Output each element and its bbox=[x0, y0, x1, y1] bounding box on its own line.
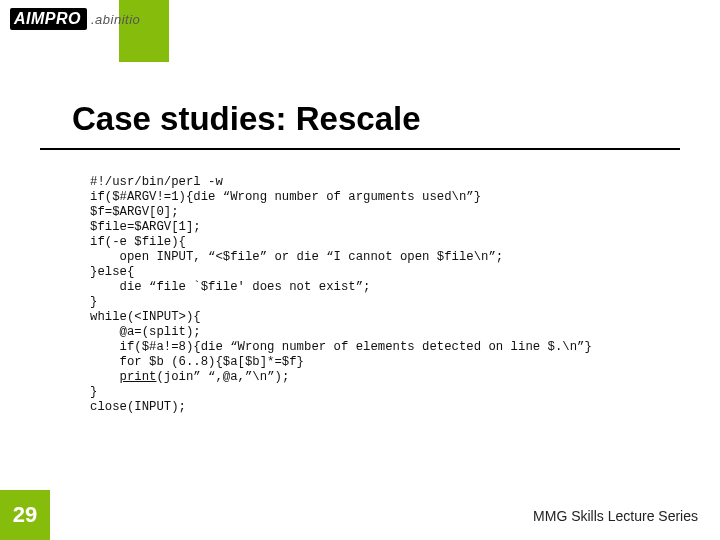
code-line: @a=(split); bbox=[90, 325, 201, 339]
code-block: #!/usr/bin/perl -w if($#ARGV!=1){die “Wr… bbox=[90, 175, 592, 415]
slide: AIMPRO .abinitio Case studies: Rescale #… bbox=[0, 0, 720, 540]
code-line: $file=$ARGV[1]; bbox=[90, 220, 201, 234]
code-line: while(<INPUT>){ bbox=[90, 310, 201, 324]
code-line: die “file `$file' does not exist”; bbox=[90, 280, 370, 294]
title-underline bbox=[40, 148, 680, 150]
code-line: for $b (6..8){$a[$b]*=$f} bbox=[90, 355, 304, 369]
code-line: close(INPUT); bbox=[90, 400, 186, 414]
code-line: } bbox=[90, 295, 97, 309]
footer-text: MMG Skills Lecture Series bbox=[533, 508, 698, 524]
code-line: (join” “,@a,”\n”); bbox=[156, 370, 289, 384]
code-line: $f=$ARGV[0]; bbox=[90, 205, 179, 219]
page-number-box: 29 bbox=[0, 490, 50, 540]
code-line: }else{ bbox=[90, 265, 134, 279]
page-number: 29 bbox=[13, 502, 37, 528]
slide-title: Case studies: Rescale bbox=[72, 100, 421, 138]
code-line bbox=[90, 370, 120, 384]
code-line: #!/usr/bin/perl -w bbox=[90, 175, 223, 189]
code-line: open INPUT, “<$file” or die “I cannot op… bbox=[90, 250, 503, 264]
code-line: if($#a!=8){die “Wrong number of elements… bbox=[90, 340, 592, 354]
code-line: if(-e $file){ bbox=[90, 235, 186, 249]
logo-sub-text: .abinitio bbox=[91, 12, 140, 27]
logo-main-text: AIMPRO bbox=[10, 8, 87, 30]
logo: AIMPRO .abinitio bbox=[10, 8, 140, 30]
code-underline: print bbox=[120, 370, 157, 384]
code-line: } bbox=[90, 385, 97, 399]
code-line: if($#ARGV!=1){die “Wrong number of argum… bbox=[90, 190, 481, 204]
